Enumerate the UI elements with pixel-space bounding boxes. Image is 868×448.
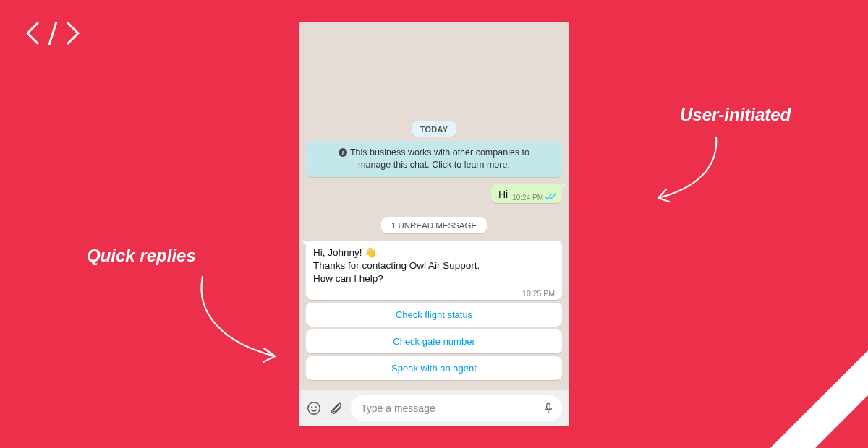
incoming-message-text: Hi, Johnny! 👋 Thanks for contacting Owl … [313, 246, 555, 286]
quick-reply-button[interactable]: Check gate number [306, 329, 562, 353]
outgoing-message-time: 10:24 PM [512, 194, 543, 202]
quick-replies-group: Check flight status Check gate number Sp… [306, 303, 562, 380]
compose-placeholder: Type a message [361, 402, 542, 414]
arrow-to-user-msg-icon [640, 130, 727, 217]
read-ticks-icon [545, 193, 556, 202]
brand-slash-mark [767, 344, 868, 448]
compose-input[interactable]: Type a message [351, 395, 562, 421]
system-notice[interactable]: i This business works with other compani… [306, 141, 562, 177]
unread-divider: 1 UNREAD MESSAGE [381, 217, 487, 233]
date-chip: TODAY [412, 121, 457, 137]
system-notice-line2: manage this chat. Click to learn more. [358, 159, 510, 171]
svg-point-1 [311, 406, 312, 408]
outgoing-message-text: Hi [498, 189, 508, 200]
outgoing-message-bubble[interactable]: Hi 10:24 PM [491, 184, 562, 203]
svg-point-0 [308, 402, 320, 415]
arrow-to-quick-replies-icon [188, 271, 304, 372]
incoming-message-time: 10:25 PM [522, 289, 555, 298]
system-notice-line1: This business works with other companies… [350, 147, 529, 159]
svg-point-2 [315, 406, 317, 408]
incoming-message-bubble[interactable]: Hi, Johnny! 👋 Thanks for contacting Owl … [306, 241, 562, 301]
quick-reply-button[interactable]: Speak with an agent [306, 356, 562, 380]
chat-scroll-area[interactable]: TODAY i This business works with other c… [299, 22, 569, 390]
annotation-user-initiated: User-initiated [680, 105, 791, 125]
mic-icon[interactable] [542, 402, 555, 415]
code-tag-logo [25, 22, 81, 45]
input-bar: Type a message [299, 390, 569, 426]
quick-reply-button[interactable]: Check flight status [306, 303, 562, 327]
emoji-icon[interactable] [306, 400, 322, 416]
info-icon: i [339, 148, 347, 157]
annotation-quick-replies: Quick replies [87, 246, 196, 266]
attach-icon[interactable] [329, 401, 344, 415]
svg-rect-3 [547, 403, 550, 409]
whatsapp-chat-window: TODAY i This business works with other c… [299, 22, 569, 426]
